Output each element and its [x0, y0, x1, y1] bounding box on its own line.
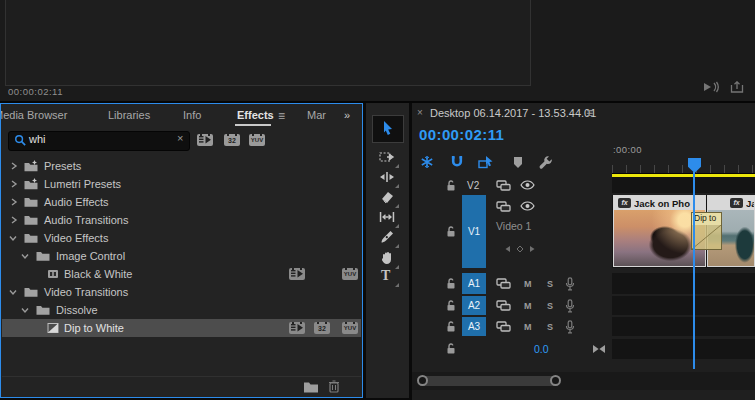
chevron-right-icon[interactable] — [10, 216, 18, 224]
tree-item-video-effects[interactable]: Video Effects — [2, 229, 361, 247]
sync-lock-icon[interactable] — [496, 321, 511, 332]
transition-dip-to-white[interactable]: Dip to — [691, 212, 722, 250]
track-content-a1[interactable] — [612, 273, 755, 294]
toggle-track-output-eye-icon[interactable] — [520, 180, 535, 190]
track-select-forward-tool-button[interactable] — [379, 149, 396, 166]
voiceover-mic-icon[interactable] — [565, 320, 575, 334]
mute-button[interactable]: M — [524, 301, 532, 311]
lock-icon[interactable] — [445, 320, 457, 333]
track-target-a1[interactable]: A1 — [462, 273, 486, 294]
solo-button[interactable]: S — [547, 322, 553, 332]
master-level-value[interactable]: 0.0 — [534, 343, 549, 355]
sync-lock-icon[interactable] — [496, 278, 511, 289]
type-tool-button[interactable]: T — [379, 268, 396, 285]
folder-star-icon — [24, 160, 38, 172]
track-label-v2[interactable]: V2 — [467, 180, 479, 191]
sequence-tab-title[interactable]: Desktop 06.14.2017 - 13.53.44.01 — [430, 107, 596, 119]
snap-magnet-icon[interactable] — [450, 155, 464, 169]
track-target-a2[interactable]: A2 — [462, 296, 486, 315]
tab-markers[interactable]: Mar — [307, 109, 326, 121]
close-tab-icon[interactable]: × — [417, 107, 423, 118]
tree-item-black-and-white[interactable]: Black & White YUV — [2, 265, 361, 283]
zoom-handle-right[interactable] — [550, 375, 561, 386]
mute-button[interactable]: M — [524, 322, 532, 332]
hand-tool-button[interactable] — [379, 250, 396, 267]
solo-button[interactable]: S — [547, 301, 553, 311]
tree-item-video-transitions[interactable]: Video Transitions — [2, 283, 361, 301]
track-content-a2[interactable] — [612, 296, 755, 315]
lock-icon[interactable] — [445, 299, 457, 312]
filter-accelerated-effects-button[interactable] — [197, 134, 213, 146]
track-target-v1[interactable]: V1 — [462, 195, 486, 268]
add-keyframe-icon[interactable] — [516, 245, 524, 253]
voiceover-mic-icon[interactable] — [565, 299, 575, 313]
lock-icon[interactable] — [445, 225, 457, 238]
track-target-a3[interactable]: A3 — [462, 317, 486, 336]
sync-lock-icon[interactable] — [496, 201, 511, 212]
lock-icon[interactable] — [445, 277, 457, 290]
lock-icon[interactable] — [445, 179, 457, 192]
ripple-edit-tool-button[interactable] — [379, 169, 396, 186]
track-content-v1[interactable]: fx Jack on Pho fx Ja Dip to — [612, 195, 755, 268]
lock-icon[interactable] — [445, 342, 457, 355]
tree-item-dissolve[interactable]: Dissolve — [2, 301, 361, 319]
previous-keyframe-icon[interactable] — [504, 245, 512, 253]
track-header-master: 0.0 — [412, 339, 610, 359]
timeline-tab[interactable]: × Desktop 06.14.2017 - 13.53.44.01 ≡ — [412, 103, 755, 124]
track-name-video1[interactable]: Video 1 — [496, 220, 531, 232]
tree-item-label: Lumetri Presets — [44, 178, 121, 190]
timeline-panel-menu-icon[interactable]: ≡ — [586, 106, 593, 120]
chevron-down-icon[interactable] — [9, 288, 17, 296]
mute-button[interactable]: M — [524, 279, 532, 289]
master-meter-bowtie-icon[interactable] — [592, 344, 606, 354]
delete-trash-icon[interactable] — [328, 379, 340, 393]
toggle-track-output-eye-icon[interactable] — [520, 201, 535, 211]
play-audio-icon[interactable] — [702, 81, 720, 93]
solo-button[interactable]: S — [547, 279, 553, 289]
time-ruler[interactable] — [612, 165, 755, 173]
tree-item-image-control[interactable]: Image Control — [2, 247, 361, 265]
tab-info[interactable]: Info — [183, 109, 201, 121]
tab-media-browser[interactable]: Media Browser — [1, 109, 67, 121]
tab-effects[interactable]: Effects — [237, 109, 274, 121]
program-monitor-viewport[interactable] — [5, 0, 531, 86]
tree-item-audio-transitions[interactable]: Audio Transitions — [2, 211, 361, 229]
track-content-v2[interactable] — [612, 177, 755, 193]
chevron-down-icon[interactable] — [21, 252, 29, 260]
accelerated-effects-icon — [198, 135, 212, 145]
search-clear-icon[interactable]: × — [177, 132, 183, 144]
linked-selection-icon[interactable] — [478, 155, 494, 169]
selection-tool-button[interactable] — [372, 115, 404, 143]
sync-lock-icon[interactable] — [496, 180, 511, 191]
chevron-right-icon[interactable] — [10, 162, 18, 170]
chevron-right-icon[interactable] — [10, 180, 18, 188]
nest-sequence-icon[interactable] — [420, 155, 434, 169]
filter-yuv-button[interactable]: YUV — [249, 134, 265, 146]
timeline-settings-wrench-icon[interactable] — [538, 155, 553, 170]
tab-libraries[interactable]: Libraries — [108, 109, 150, 121]
tree-item-dip-to-white[interactable]: Dip to White 32 YUV — [2, 319, 361, 337]
add-marker-icon[interactable] — [512, 156, 524, 169]
filter-32bit-button[interactable]: 32 — [224, 134, 240, 146]
chevron-right-icon[interactable] — [10, 198, 18, 206]
voiceover-mic-icon[interactable] — [565, 277, 575, 291]
new-custom-bin-icon[interactable] — [303, 380, 319, 393]
razor-tool-button[interactable] — [379, 189, 396, 206]
tab-overflow-chevron-icon[interactable]: » — [344, 109, 350, 121]
track-content-a3[interactable] — [612, 317, 755, 336]
tree-item-presets[interactable]: Presets — [2, 157, 361, 175]
next-keyframe-icon[interactable] — [528, 245, 536, 253]
slip-tool-button[interactable] — [379, 209, 396, 226]
export-frame-icon[interactable] — [730, 81, 744, 93]
tree-item-lumetri-presets[interactable]: Lumetri Presets — [2, 175, 361, 193]
chevron-down-icon[interactable] — [9, 234, 17, 242]
tree-item-audio-effects[interactable]: Audio Effects — [2, 193, 361, 211]
pen-tool-button[interactable] — [379, 229, 396, 246]
sync-lock-icon[interactable] — [496, 300, 511, 311]
timeline-zoom-scrollbar[interactable] — [418, 376, 560, 386]
zoom-handle-left[interactable] — [417, 375, 428, 386]
timeline-playhead-timecode[interactable]: 00:00:02:11 — [419, 126, 504, 143]
effects-panel-menu-icon[interactable]: ≡ — [278, 109, 285, 123]
chevron-down-icon[interactable] — [21, 306, 29, 314]
clip-header: fx Ja — [708, 196, 754, 210]
